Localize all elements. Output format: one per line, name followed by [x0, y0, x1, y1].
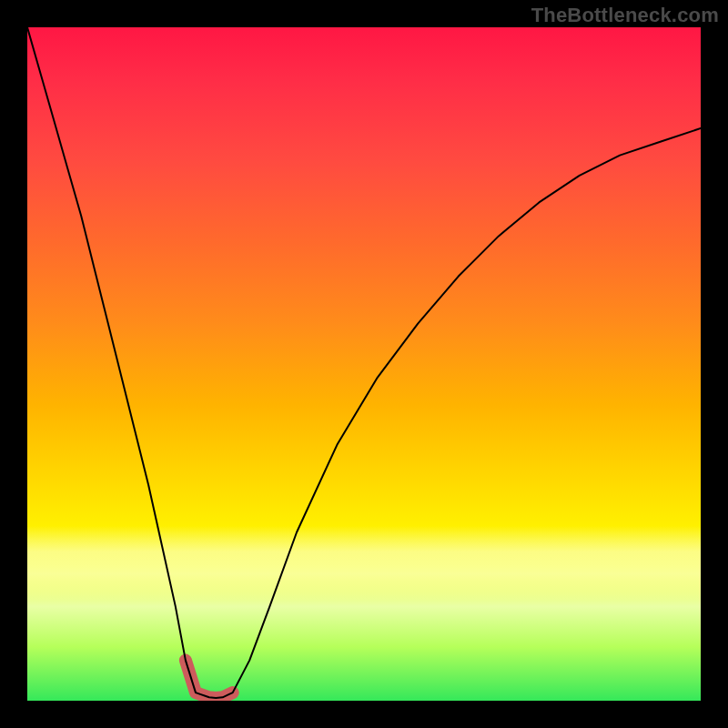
main-curve-path [27, 27, 701, 698]
highlight-path [186, 661, 233, 698]
watermark-text: TheBottleneck.com [531, 4, 719, 27]
chart-container: TheBottleneck.com [0, 0, 728, 728]
curve-svg [27, 27, 701, 701]
plot-area [27, 27, 701, 701]
